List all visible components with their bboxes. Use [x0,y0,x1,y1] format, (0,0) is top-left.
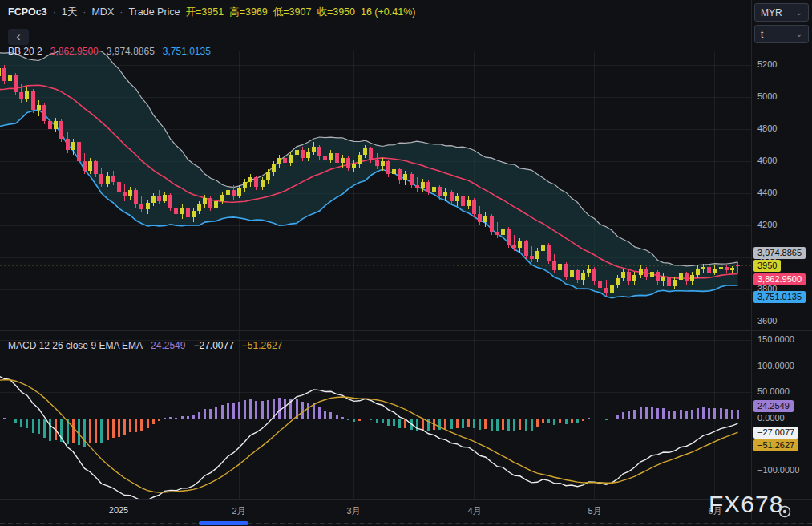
candle [37,105,41,110]
macd-histogram-bar [502,419,504,430]
candle [226,190,230,195]
macd-histogram-bar [685,411,688,419]
candle [146,203,150,209]
symbol-status-line: FCPOc3 · 1天 · MDX · Trade Price 开=3951 高… [8,6,415,19]
bollinger-fill [0,47,738,298]
candle [157,196,161,201]
macd-histogram-bar [616,415,619,419]
candle [335,153,339,163]
candle [66,139,70,150]
candle [329,153,333,160]
open-value: 开=3951 [186,6,224,19]
scrollbar-track[interactable] [0,520,812,526]
chevron-down-icon: ⌄ [796,9,802,17]
price-badge: 3,751.0135 [753,291,806,303]
macd-histogram-bar [244,400,246,419]
macd-histogram-bar [662,408,665,419]
macd-histogram-bar [633,410,636,419]
price-axis-label: 4200 [757,220,777,229]
macd-histogram-bar [20,419,22,427]
macd-histogram-bar [49,419,51,441]
candle [277,158,281,164]
macd-axis-label: 0.0000 [757,413,785,423]
macd-axis-label: −100.0000 [757,465,799,475]
macd-histogram-bar [713,408,716,419]
candle [410,174,414,185]
candle [650,272,654,277]
pane-divider [0,499,812,500]
price-axis-label: 5200 [757,59,777,69]
macd-histogram-bar [284,399,286,419]
macd-histogram-bar [175,418,177,419]
back-button[interactable]: ‹ [8,29,29,45]
candle [358,155,362,164]
candle [139,204,143,209]
candle [83,161,87,171]
macd-indicator-row[interactable]: MACD 12 26 close 9 EMA EMA 24.2549 −27.0… [8,340,282,351]
candle [54,121,58,129]
macd-histogram-bar [680,410,682,419]
candle [432,187,436,192]
macd-histogram-bar [416,419,418,431]
candle [621,272,625,278]
macd-histogram-bar [307,403,309,419]
bb-indicator-row[interactable]: BB 20 2 3,862.9500 3,974.8865 3,751.0135 [8,46,211,57]
macd-pane[interactable] [0,376,739,501]
candle [661,277,665,281]
candle [461,196,465,206]
candle [616,278,620,285]
macd-histogram-bar [553,419,555,425]
time-axis-label: 2月 [232,505,245,517]
chevron-left-icon: ‹ [16,30,20,43]
macd-histogram-bar [135,419,137,432]
macd-histogram-bar [221,405,224,419]
macd-histogram-bar [673,411,676,419]
candle [237,188,241,196]
bb-indicator-label: BB 20 2 [8,46,42,57]
candle [323,156,327,160]
candle [701,267,705,269]
time-scale[interactable]: 20252月3月4月5月6月 [0,505,751,518]
candle [289,155,293,163]
macd-histogram-bar [169,417,172,419]
macd-histogram-bar [376,419,378,423]
candle [341,158,345,163]
candle [392,169,396,174]
macd-histogram-bar [582,419,584,421]
candle [483,216,487,222]
symbol-name[interactable]: FCPOc3 [8,6,47,18]
candle [123,192,127,196]
macd-histogram-bar [559,419,561,423]
pane-divider[interactable] [0,330,812,331]
candle [512,245,516,248]
candle [174,208,178,214]
axis-divider [751,0,752,520]
chart-canvas[interactable] [0,0,812,526]
macd-histogram-bar [43,419,46,438]
chevron-down-icon: ⌄ [796,30,802,38]
macd-histogram-bar [496,419,499,431]
candle [168,195,172,208]
macd-histogram-bar [358,419,361,421]
candle [719,267,723,269]
macd-histogram-bar [192,415,195,419]
currency-dropdown[interactable]: MYR ⌄ [754,3,809,22]
macd-histogram-bar [198,412,200,419]
candle [667,277,671,286]
macd-histogram-bar [152,419,155,424]
interval-label[interactable]: 1天 [62,6,77,19]
price-pane[interactable] [0,47,751,298]
unit-value: t [761,29,763,40]
candle [490,216,494,232]
scrollbar-thumb[interactable] [199,521,248,525]
price-badge: 3,862.9500 [753,273,806,285]
macd-histogram-bar [393,419,395,426]
macd-histogram-bar [571,419,573,423]
unit-dropdown[interactable]: t ⌄ [754,25,809,43]
candle [455,196,459,201]
macd-histogram-bar [467,419,470,427]
candle [438,187,442,196]
price-axis-label: 3600 [757,316,777,326]
candle [71,142,75,150]
macd-histogram-bar [651,407,653,419]
